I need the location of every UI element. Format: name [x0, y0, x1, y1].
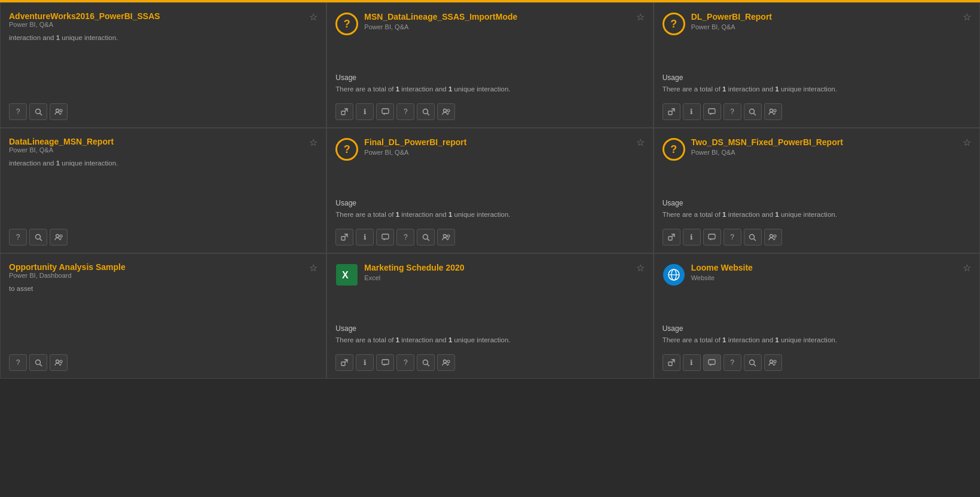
- btn-info[interactable]: ℹ: [683, 229, 701, 246]
- btn-comment[interactable]: [703, 354, 721, 371]
- svg-point-31: [774, 235, 776, 237]
- usage-label: Usage: [335, 199, 644, 207]
- favorite-star[interactable]: ☆: [636, 11, 645, 23]
- card-header: ? Two_DS_MSN_Fixed_PowerBI_Report Power …: [654, 128, 979, 199]
- card-header: ? Final_DL_PowerBI_report Power BI, Q&A …: [327, 128, 652, 199]
- btn-question[interactable]: ?: [723, 354, 741, 371]
- btn-users[interactable]: [50, 229, 68, 246]
- btn-question[interactable]: ?: [9, 354, 27, 371]
- svg-point-9: [447, 109, 450, 112]
- btn-question[interactable]: ?: [723, 103, 741, 120]
- svg-line-1: [39, 113, 42, 115]
- svg-rect-5: [382, 109, 389, 113]
- usage-text: to asset: [9, 284, 317, 293]
- card-header: Loome Website Website ☆: [654, 254, 979, 324]
- btn-search[interactable]: [417, 354, 435, 371]
- card-two-ds-msn: ? Two_DS_MSN_Fixed_PowerBI_Report Power …: [654, 128, 980, 253]
- btn-info[interactable]: ℹ: [356, 229, 374, 246]
- favorite-star[interactable]: ☆: [963, 11, 971, 23]
- btn-info[interactable]: ℹ: [683, 354, 701, 371]
- usage-text: interaction and 1 unique interaction.: [9, 158, 317, 168]
- usage-label: Usage: [663, 324, 971, 333]
- btn-info[interactable]: ℹ: [356, 103, 374, 120]
- favorite-star[interactable]: ☆: [963, 262, 971, 274]
- card-subtitle: Website: [691, 274, 957, 281]
- btn-users[interactable]: [437, 229, 455, 246]
- svg-point-32: [35, 360, 40, 364]
- btn-users[interactable]: [764, 229, 782, 246]
- btn-search[interactable]: [29, 354, 47, 371]
- btn-external[interactable]: [663, 354, 680, 371]
- usage-label: Usage: [663, 199, 971, 207]
- card-title: Marketing Schedule 2020: [364, 262, 630, 273]
- btn-external[interactable]: [335, 229, 353, 246]
- card-icon-ie: [663, 263, 685, 286]
- btn-users[interactable]: [50, 103, 68, 120]
- btn-question[interactable]: ?: [396, 354, 414, 371]
- btn-users[interactable]: [764, 103, 782, 120]
- btn-search[interactable]: [744, 103, 762, 120]
- usage-label: Usage: [335, 73, 644, 82]
- svg-line-33: [39, 364, 42, 366]
- btn-comment[interactable]: [376, 229, 394, 246]
- favorite-star[interactable]: ☆: [309, 137, 317, 148]
- svg-point-8: [443, 109, 446, 112]
- card-title: DL_PowerBI_Report: [691, 11, 957, 22]
- btn-users[interactable]: [437, 103, 455, 120]
- btn-question[interactable]: ?: [723, 229, 741, 246]
- favorite-star[interactable]: ☆: [309, 11, 317, 23]
- card-icon-question: ?: [663, 13, 685, 35]
- card-icon-question: ?: [335, 138, 358, 161]
- card-subtitle: Power BI, Q&A: [9, 146, 114, 154]
- btn-external[interactable]: [663, 103, 680, 120]
- btn-users[interactable]: [764, 354, 782, 371]
- btn-question[interactable]: ?: [9, 103, 27, 120]
- svg-point-39: [423, 360, 428, 364]
- svg-rect-21: [382, 234, 389, 239]
- btn-search[interactable]: [744, 229, 762, 246]
- card-body: Usage There are a total of 1 interaction…: [654, 73, 979, 97]
- btn-search[interactable]: [29, 103, 47, 120]
- btn-search[interactable]: [29, 229, 47, 246]
- btn-question[interactable]: ?: [9, 229, 27, 246]
- svg-rect-47: [709, 360, 715, 364]
- svg-line-49: [754, 364, 756, 366]
- svg-line-23: [427, 238, 429, 241]
- card-footer: ℹ ?: [327, 97, 652, 127]
- btn-comment[interactable]: [376, 103, 394, 120]
- card-title: Loome Website: [691, 262, 957, 273]
- usage-label: Usage: [663, 73, 971, 82]
- card-body: Usage There are a total of 1 interaction…: [327, 199, 652, 223]
- usage-text: There are a total of 1 interaction and 1…: [335, 84, 644, 94]
- card-header: DataLineage_MSN_Report Power BI, Q&A ☆: [1, 128, 326, 158]
- btn-users[interactable]: [437, 354, 455, 371]
- svg-point-34: [56, 360, 59, 363]
- usage-text: There are a total of 1 interaction and 1…: [335, 210, 644, 219]
- btn-question[interactable]: ?: [396, 103, 414, 120]
- favorite-star[interactable]: ☆: [636, 262, 645, 274]
- card-body: Usage There are a total of 1 interaction…: [327, 73, 652, 97]
- btn-comment[interactable]: [703, 103, 721, 120]
- btn-question[interactable]: ?: [396, 229, 414, 246]
- btn-search[interactable]: [417, 103, 435, 120]
- svg-point-12: [750, 109, 755, 113]
- btn-comment[interactable]: [376, 354, 394, 371]
- favorite-star[interactable]: ☆: [963, 137, 971, 148]
- btn-external[interactable]: [335, 103, 353, 120]
- card-marketing-schedule: X Marketing Schedule 2020 Excel ☆ Usage …: [326, 253, 653, 379]
- btn-users[interactable]: [50, 354, 68, 371]
- favorite-star[interactable]: ☆: [636, 137, 645, 148]
- btn-search[interactable]: [744, 354, 762, 371]
- card-header: AdventureWorks2016_PowerBI_SSAS Power BI…: [1, 3, 326, 33]
- favorite-star[interactable]: ☆: [309, 262, 317, 274]
- btn-search[interactable]: [417, 229, 435, 246]
- btn-external[interactable]: [663, 229, 680, 246]
- card-opportunity-analysis: Opportunity Analysis Sample Power BI, Da…: [0, 253, 326, 379]
- btn-info[interactable]: ℹ: [683, 103, 701, 120]
- btn-comment[interactable]: [703, 229, 721, 246]
- card-dl-powerbi-report: ? DL_PowerBI_Report Power BI, Q&A ☆ Usag…: [654, 2, 980, 128]
- svg-point-48: [750, 360, 755, 364]
- card-title: Two_DS_MSN_Fixed_PowerBI_Report: [691, 137, 957, 148]
- btn-external[interactable]: [335, 354, 353, 371]
- btn-info[interactable]: ℹ: [356, 354, 374, 371]
